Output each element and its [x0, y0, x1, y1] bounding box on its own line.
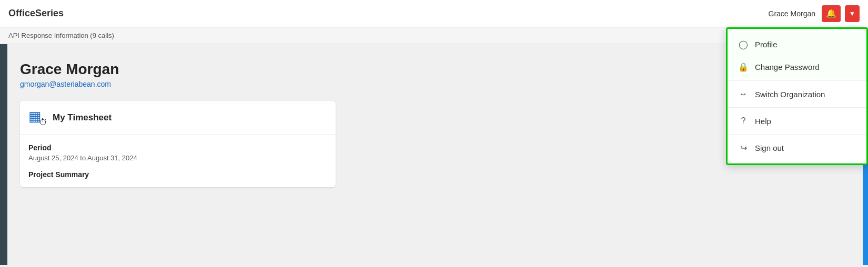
lock-icon: 🔒 — [738, 62, 749, 72]
exit-icon: ↪ — [738, 143, 749, 153]
dropdown-item-profile[interactable]: ◯ Profile — [728, 33, 866, 56]
api-info-text: API Response Information (9 calls) — [8, 32, 114, 39]
period-label: Period — [28, 143, 327, 152]
user-dropdown-menu: ◯ Profile 🔒 Change Password ↔ Switch Org… — [726, 27, 868, 165]
clock-icon: ⏱ — [39, 118, 47, 127]
timesheet-body: Period August 25, 2024 to August 31, 202… — [20, 135, 336, 187]
project-summary-label: Project Summary — [28, 170, 327, 179]
dropdown-item-sign-out[interactable]: ↪ Sign out — [728, 137, 866, 159]
timesheet-card: ▦ ⏱ My Timesheet Period August 25, 2024 … — [20, 101, 336, 187]
chevron-down-icon: ▼ — [849, 10, 855, 17]
dropdown-item-change-password-label: Change Password — [755, 63, 820, 71]
dropdown-item-change-password[interactable]: 🔒 Change Password — [728, 56, 866, 78]
dropdown-item-help-label: Help — [755, 117, 771, 126]
person-icon: ◯ — [738, 39, 749, 49]
sidebar — [0, 44, 7, 265]
app-header: OfficeSeries Grace Morgan 🔔 ▼ ◯ Profile … — [0, 0, 868, 27]
app-logo: OfficeSeries — [8, 8, 64, 19]
dropdown-item-sign-out-label: Sign out — [755, 143, 784, 152]
header-username: Grace Morgan — [769, 9, 815, 18]
timesheet-icon-wrap: ▦ ⏱ — [28, 108, 47, 127]
question-icon: ? — [738, 116, 749, 126]
user-dropdown-button[interactable]: ▼ — [845, 5, 860, 22]
timesheet-card-header: ▦ ⏱ My Timesheet — [20, 101, 336, 135]
dropdown-item-help[interactable]: ? Help — [728, 110, 866, 132]
arrows-icon: ↔ — [738, 89, 749, 99]
dropdown-item-profile-label: Profile — [755, 40, 778, 49]
bell-icon: 🔔 — [826, 8, 836, 18]
dropdown-divider-2 — [728, 107, 866, 108]
header-right: Grace Morgan 🔔 ▼ — [769, 5, 860, 22]
dropdown-item-switch-org-label: Switch Organization — [755, 90, 825, 99]
notification-button[interactable]: 🔔 — [822, 5, 841, 22]
period-value: August 25, 2024 to August 31, 2024 — [28, 154, 327, 162]
dropdown-divider-3 — [728, 134, 866, 135]
dropdown-divider-1 — [728, 80, 866, 81]
timesheet-title: My Timesheet — [53, 112, 112, 123]
dropdown-item-switch-org[interactable]: ↔ Switch Organization — [728, 83, 866, 105]
